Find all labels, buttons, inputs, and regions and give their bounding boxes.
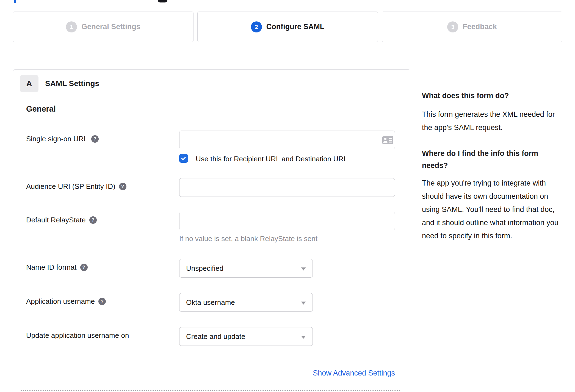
help-sidebar: What does this form do? This form genera…: [422, 91, 561, 242]
general-section-heading: General: [26, 104, 56, 114]
help-icon[interactable]: ?: [119, 183, 126, 190]
chevron-down-icon: [301, 302, 306, 305]
select-value: Create and update: [186, 332, 245, 341]
field-label-text: Default RelayState: [26, 216, 86, 224]
step-feedback[interactable]: 3 Feedback: [382, 12, 562, 42]
relaystate-hint: If no value is set, a blank RelayState i…: [179, 234, 317, 243]
step-configure-saml[interactable]: 2 Configure SAML: [197, 12, 378, 42]
default-relaystate-label: Default RelayState ?: [26, 216, 97, 224]
help-icon[interactable]: ?: [80, 264, 88, 271]
field-label-text: Audience URI (SP Entity ID): [26, 182, 115, 191]
audience-uri-label: Audience URI (SP Entity ID) ?: [26, 182, 126, 191]
select-value: Okta username: [186, 298, 235, 307]
step-label: Configure SAML: [266, 23, 324, 31]
single-sign-on-url-label: Single sign-on URL ?: [26, 135, 99, 143]
checkmark-icon: [181, 155, 187, 161]
field-label-text: Application username: [26, 297, 95, 306]
name-id-format-select[interactable]: Unspecified: [179, 259, 313, 278]
show-advanced-settings-link[interactable]: Show Advanced Settings: [179, 369, 395, 377]
step-number-badge: 3: [447, 21, 458, 32]
application-username-select[interactable]: Okta username: [179, 293, 313, 312]
application-username-label: Application username ?: [26, 297, 106, 306]
update-username-on-select[interactable]: Create and update: [179, 327, 313, 346]
section-dotted-divider: [21, 390, 400, 391]
chevron-down-icon: [301, 336, 306, 339]
help-icon[interactable]: ?: [89, 216, 97, 224]
help-icon[interactable]: ?: [91, 135, 99, 143]
cropped-header-fragment-blue: [14, 0, 16, 3]
step-label: Feedback: [463, 23, 497, 31]
help-icon[interactable]: ?: [98, 298, 106, 305]
field-label-text: Name ID format: [26, 263, 77, 272]
cropped-header-fragment-black: [158, 0, 167, 2]
sidebar-question-2-body: The app you're trying to integrate with …: [422, 176, 561, 242]
sidebar-question-1-title: What does this form do?: [422, 91, 561, 101]
name-id-format-label: Name ID format ?: [26, 263, 88, 272]
default-relaystate-input[interactable]: [179, 212, 395, 230]
select-value: Unspecified: [186, 264, 223, 273]
update-username-on-label: Update application username on: [26, 331, 129, 340]
single-sign-on-url-input[interactable]: [179, 131, 395, 149]
audience-uri-input[interactable]: [179, 178, 395, 197]
use-for-recipient-checkbox-label: Use this for Recipient URL and Destinati…: [196, 155, 348, 163]
use-for-recipient-checkbox[interactable]: [179, 154, 188, 163]
saml-configuration-page: 1 General Settings 2 Configure SAML 3 Fe…: [0, 0, 575, 392]
field-label-text: Update application username on: [26, 331, 129, 340]
sidebar-question-2-title: Where do I find the info this form needs…: [422, 147, 561, 172]
field-label-text: Single sign-on URL: [26, 135, 88, 143]
step-label: General Settings: [81, 23, 140, 31]
saml-settings-title: SAML Settings: [45, 75, 99, 92]
step-number-badge: 1: [66, 21, 77, 32]
contact-card-icon[interactable]: [382, 136, 394, 145]
chevron-down-icon: [301, 267, 306, 270]
step-general-settings[interactable]: 1 General Settings: [13, 12, 193, 42]
step-number-badge: 2: [251, 21, 262, 32]
section-a-badge: A: [20, 75, 38, 92]
sidebar-question-1-body: This form generates the XML needed for t…: [422, 108, 561, 134]
